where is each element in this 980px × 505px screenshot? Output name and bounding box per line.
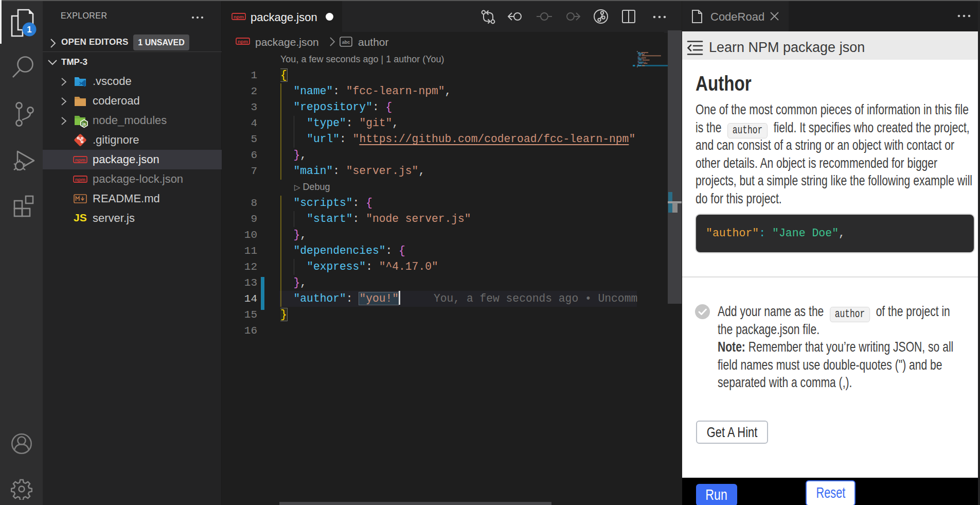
svg-text:npm: npm bbox=[234, 14, 244, 20]
svg-text:npm: npm bbox=[75, 177, 85, 182]
svg-text:npm: npm bbox=[238, 39, 248, 44]
svg-text:abc: abc bbox=[342, 40, 350, 45]
svg-text:js: js bbox=[82, 121, 86, 127]
svg-text:npm: npm bbox=[75, 157, 85, 163]
svg-text:1: 1 bbox=[27, 25, 31, 34]
